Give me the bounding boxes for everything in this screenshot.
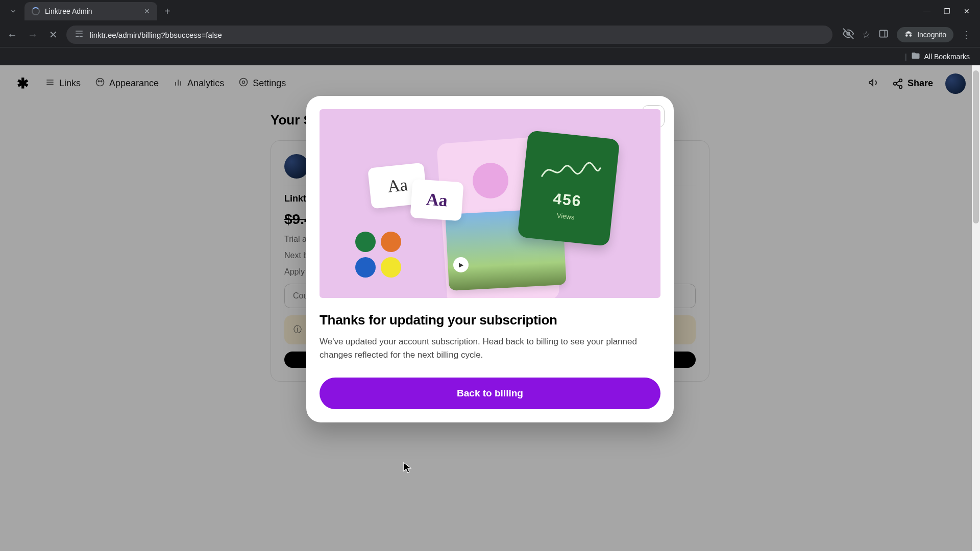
browser-tab[interactable]: Linktree Admin ✕ — [24, 2, 157, 20]
close-tab-icon[interactable]: ✕ — [144, 7, 150, 15]
color-swatches — [355, 232, 401, 278]
back-button[interactable]: ← — [5, 29, 19, 41]
subscription-updated-modal: ✕ ▶ Aa Aa 456 Views Thanks for updating … — [306, 96, 674, 422]
maximize-icon[interactable]: ❐ — [944, 7, 950, 15]
eye-off-icon[interactable] — [843, 28, 854, 42]
scrollbar-thumb[interactable] — [973, 70, 979, 223]
minimize-icon[interactable]: — — [923, 7, 930, 15]
close-window-icon[interactable]: ✕ — [964, 7, 970, 15]
scrollbar[interactable] — [972, 65, 980, 551]
address-bar-row: ← → ✕ linktr.ee/admin/billing?bbsuccess=… — [0, 22, 980, 47]
tab-strip: Linktree Admin ✕ + — ❐ ✕ — [0, 0, 980, 22]
modal-overlay[interactable]: ✕ ▶ Aa Aa 456 Views Thanks for updating … — [0, 65, 980, 551]
stats-label: Views — [556, 211, 575, 221]
stats-card: 456 Views — [518, 130, 620, 246]
all-bookmarks-button[interactable]: All Bookmarks — [924, 53, 970, 61]
incognito-indicator[interactable]: Incognito — [897, 27, 953, 42]
stats-value: 456 — [552, 190, 582, 210]
star-icon[interactable]: ☆ — [862, 29, 870, 40]
url-bar[interactable]: linktr.ee/admin/billing?bbsuccess=false — [66, 26, 832, 44]
window-controls: — ❐ ✕ — [923, 7, 980, 15]
sparkline-icon — [538, 154, 603, 190]
stop-reload-button[interactable]: ✕ — [46, 29, 60, 41]
play-icon: ▶ — [453, 257, 469, 272]
modal-body-text: We've updated your account subscription.… — [320, 335, 660, 361]
site-settings-icon[interactable] — [75, 30, 84, 40]
forward-button[interactable]: → — [26, 29, 40, 41]
folder-icon — [911, 51, 920, 62]
modal-heading: Thanks for updating your subscription — [320, 312, 660, 328]
modal-hero-illustration: ▶ Aa Aa 456 Views — [320, 109, 660, 298]
overflow-menu-icon[interactable]: ⋮ — [962, 29, 971, 40]
font-sample-card-bold: Aa — [410, 179, 463, 221]
incognito-label: Incognito — [917, 31, 946, 39]
panel-icon[interactable] — [878, 29, 889, 41]
tab-title: Linktree Admin — [45, 7, 92, 15]
back-to-billing-button[interactable]: Back to billing — [320, 378, 660, 409]
browser-chrome: Linktree Admin ✕ + — ❐ ✕ ← → ✕ linktr.ee… — [0, 0, 980, 65]
url-text: linktr.ee/admin/billing?bbsuccess=false — [90, 31, 222, 39]
loading-spinner-icon — [32, 7, 40, 15]
bookmarks-bar: | All Bookmarks — [0, 47, 980, 65]
new-tab-button[interactable]: + — [159, 6, 176, 17]
tab-search-button[interactable] — [4, 2, 22, 20]
svg-rect-1 — [880, 30, 888, 37]
